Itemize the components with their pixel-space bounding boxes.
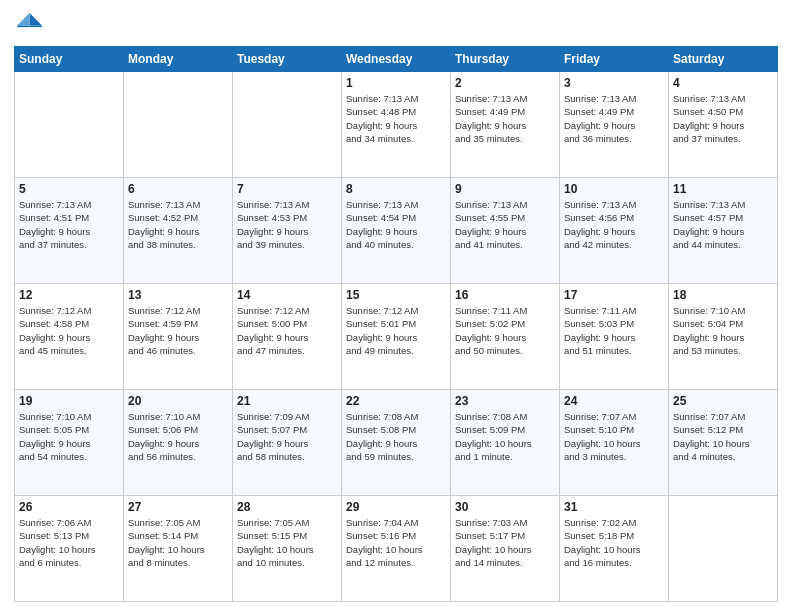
day-info: Sunrise: 7:02 AM Sunset: 5:18 PM Dayligh… [564, 516, 664, 569]
day-info: Sunrise: 7:12 AM Sunset: 5:00 PM Dayligh… [237, 304, 337, 357]
day-number: 20 [128, 394, 228, 408]
day-number: 11 [673, 182, 773, 196]
header [14, 10, 778, 38]
day-number: 3 [564, 76, 664, 90]
calendar-cell: 7Sunrise: 7:13 AM Sunset: 4:53 PM Daylig… [233, 178, 342, 284]
day-info: Sunrise: 7:12 AM Sunset: 5:01 PM Dayligh… [346, 304, 446, 357]
day-number: 18 [673, 288, 773, 302]
day-info: Sunrise: 7:10 AM Sunset: 5:05 PM Dayligh… [19, 410, 119, 463]
calendar-cell: 20Sunrise: 7:10 AM Sunset: 5:06 PM Dayli… [124, 390, 233, 496]
calendar-cell [124, 72, 233, 178]
svg-marker-0 [30, 13, 42, 25]
day-info: Sunrise: 7:13 AM Sunset: 4:56 PM Dayligh… [564, 198, 664, 251]
weekday-header: Thursday [451, 47, 560, 72]
day-number: 13 [128, 288, 228, 302]
day-number: 23 [455, 394, 555, 408]
day-info: Sunrise: 7:13 AM Sunset: 4:50 PM Dayligh… [673, 92, 773, 145]
calendar-cell: 9Sunrise: 7:13 AM Sunset: 4:55 PM Daylig… [451, 178, 560, 284]
day-number: 10 [564, 182, 664, 196]
day-number: 26 [19, 500, 119, 514]
day-info: Sunrise: 7:12 AM Sunset: 4:58 PM Dayligh… [19, 304, 119, 357]
day-info: Sunrise: 7:06 AM Sunset: 5:13 PM Dayligh… [19, 516, 119, 569]
day-info: Sunrise: 7:07 AM Sunset: 5:12 PM Dayligh… [673, 410, 773, 463]
day-info: Sunrise: 7:13 AM Sunset: 4:55 PM Dayligh… [455, 198, 555, 251]
weekday-header: Saturday [669, 47, 778, 72]
day-info: Sunrise: 7:08 AM Sunset: 5:09 PM Dayligh… [455, 410, 555, 463]
logo [14, 10, 46, 38]
day-info: Sunrise: 7:10 AM Sunset: 5:04 PM Dayligh… [673, 304, 773, 357]
calendar-cell: 24Sunrise: 7:07 AM Sunset: 5:10 PM Dayli… [560, 390, 669, 496]
day-info: Sunrise: 7:13 AM Sunset: 4:57 PM Dayligh… [673, 198, 773, 251]
calendar-week-row: 5Sunrise: 7:13 AM Sunset: 4:51 PM Daylig… [15, 178, 778, 284]
day-number: 12 [19, 288, 119, 302]
calendar-cell: 5Sunrise: 7:13 AM Sunset: 4:51 PM Daylig… [15, 178, 124, 284]
calendar-cell [233, 72, 342, 178]
day-number: 28 [237, 500, 337, 514]
day-info: Sunrise: 7:11 AM Sunset: 5:03 PM Dayligh… [564, 304, 664, 357]
day-info: Sunrise: 7:04 AM Sunset: 5:16 PM Dayligh… [346, 516, 446, 569]
day-info: Sunrise: 7:05 AM Sunset: 5:14 PM Dayligh… [128, 516, 228, 569]
page: SundayMondayTuesdayWednesdayThursdayFrid… [0, 0, 792, 612]
day-number: 15 [346, 288, 446, 302]
calendar-cell: 28Sunrise: 7:05 AM Sunset: 5:15 PM Dayli… [233, 496, 342, 602]
calendar-cell: 19Sunrise: 7:10 AM Sunset: 5:05 PM Dayli… [15, 390, 124, 496]
day-info: Sunrise: 7:05 AM Sunset: 5:15 PM Dayligh… [237, 516, 337, 569]
day-number: 22 [346, 394, 446, 408]
calendar-cell: 15Sunrise: 7:12 AM Sunset: 5:01 PM Dayli… [342, 284, 451, 390]
weekday-header: Wednesday [342, 47, 451, 72]
day-number: 2 [455, 76, 555, 90]
day-number: 7 [237, 182, 337, 196]
calendar-week-row: 19Sunrise: 7:10 AM Sunset: 5:05 PM Dayli… [15, 390, 778, 496]
calendar-cell: 27Sunrise: 7:05 AM Sunset: 5:14 PM Dayli… [124, 496, 233, 602]
day-number: 30 [455, 500, 555, 514]
weekday-header: Tuesday [233, 47, 342, 72]
calendar-week-row: 26Sunrise: 7:06 AM Sunset: 5:13 PM Dayli… [15, 496, 778, 602]
calendar-cell: 10Sunrise: 7:13 AM Sunset: 4:56 PM Dayli… [560, 178, 669, 284]
calendar-cell: 31Sunrise: 7:02 AM Sunset: 5:18 PM Dayli… [560, 496, 669, 602]
calendar-header: SundayMondayTuesdayWednesdayThursdayFrid… [15, 47, 778, 72]
weekday-row: SundayMondayTuesdayWednesdayThursdayFrid… [15, 47, 778, 72]
calendar-cell: 8Sunrise: 7:13 AM Sunset: 4:54 PM Daylig… [342, 178, 451, 284]
weekday-header: Monday [124, 47, 233, 72]
day-info: Sunrise: 7:03 AM Sunset: 5:17 PM Dayligh… [455, 516, 555, 569]
calendar-week-row: 1Sunrise: 7:13 AM Sunset: 4:48 PM Daylig… [15, 72, 778, 178]
calendar-cell: 16Sunrise: 7:11 AM Sunset: 5:02 PM Dayli… [451, 284, 560, 390]
calendar-cell: 1Sunrise: 7:13 AM Sunset: 4:48 PM Daylig… [342, 72, 451, 178]
day-info: Sunrise: 7:13 AM Sunset: 4:49 PM Dayligh… [455, 92, 555, 145]
weekday-header: Sunday [15, 47, 124, 72]
calendar-cell: 12Sunrise: 7:12 AM Sunset: 4:58 PM Dayli… [15, 284, 124, 390]
day-number: 14 [237, 288, 337, 302]
day-number: 19 [19, 394, 119, 408]
svg-marker-1 [17, 13, 29, 25]
day-number: 27 [128, 500, 228, 514]
day-info: Sunrise: 7:13 AM Sunset: 4:54 PM Dayligh… [346, 198, 446, 251]
calendar-cell: 23Sunrise: 7:08 AM Sunset: 5:09 PM Dayli… [451, 390, 560, 496]
calendar-cell: 22Sunrise: 7:08 AM Sunset: 5:08 PM Dayli… [342, 390, 451, 496]
calendar-cell [15, 72, 124, 178]
calendar-cell: 30Sunrise: 7:03 AM Sunset: 5:17 PM Dayli… [451, 496, 560, 602]
day-number: 17 [564, 288, 664, 302]
calendar-cell: 11Sunrise: 7:13 AM Sunset: 4:57 PM Dayli… [669, 178, 778, 284]
day-info: Sunrise: 7:13 AM Sunset: 4:53 PM Dayligh… [237, 198, 337, 251]
weekday-header: Friday [560, 47, 669, 72]
day-info: Sunrise: 7:11 AM Sunset: 5:02 PM Dayligh… [455, 304, 555, 357]
day-info: Sunrise: 7:13 AM Sunset: 4:52 PM Dayligh… [128, 198, 228, 251]
calendar-cell [669, 496, 778, 602]
day-info: Sunrise: 7:12 AM Sunset: 4:59 PM Dayligh… [128, 304, 228, 357]
day-number: 6 [128, 182, 228, 196]
calendar-cell: 18Sunrise: 7:10 AM Sunset: 5:04 PM Dayli… [669, 284, 778, 390]
day-number: 5 [19, 182, 119, 196]
calendar-body: 1Sunrise: 7:13 AM Sunset: 4:48 PM Daylig… [15, 72, 778, 602]
day-number: 4 [673, 76, 773, 90]
day-info: Sunrise: 7:13 AM Sunset: 4:49 PM Dayligh… [564, 92, 664, 145]
day-number: 29 [346, 500, 446, 514]
calendar-week-row: 12Sunrise: 7:12 AM Sunset: 4:58 PM Dayli… [15, 284, 778, 390]
calendar-cell: 6Sunrise: 7:13 AM Sunset: 4:52 PM Daylig… [124, 178, 233, 284]
calendar-table: SundayMondayTuesdayWednesdayThursdayFrid… [14, 46, 778, 602]
svg-rect-2 [17, 26, 42, 28]
day-info: Sunrise: 7:13 AM Sunset: 4:48 PM Dayligh… [346, 92, 446, 145]
calendar-cell: 14Sunrise: 7:12 AM Sunset: 5:00 PM Dayli… [233, 284, 342, 390]
day-number: 9 [455, 182, 555, 196]
day-info: Sunrise: 7:10 AM Sunset: 5:06 PM Dayligh… [128, 410, 228, 463]
calendar-cell: 21Sunrise: 7:09 AM Sunset: 5:07 PM Dayli… [233, 390, 342, 496]
